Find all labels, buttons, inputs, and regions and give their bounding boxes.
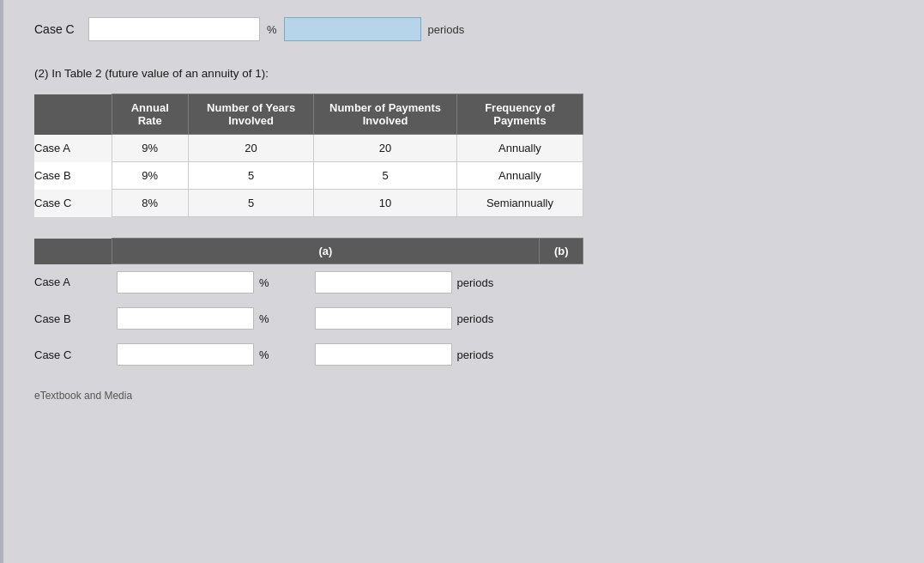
row-annual-rate: 8% <box>112 190 188 217</box>
page-container: Case C % periods (2) In Table 2 (future … <box>0 0 924 563</box>
row-years: 5 <box>188 162 313 190</box>
row-payments: 10 <box>314 190 457 217</box>
row-label: Case B <box>34 162 112 190</box>
input-cell-a-rate: % <box>112 264 310 301</box>
case-b-periods-input[interactable] <box>315 307 452 330</box>
row-frequency: Annually <box>456 162 583 190</box>
pct-label: % <box>259 348 269 361</box>
top-case-c-periods-input[interactable] <box>284 17 421 41</box>
col-header-frequency: Frequency of Payments <box>456 94 583 135</box>
col-header-empty <box>34 94 112 135</box>
row-payments: 5 <box>314 162 457 190</box>
row-annual-rate: 9% <box>112 135 188 162</box>
footer-text: eTextbook and Media <box>34 390 890 402</box>
case-a-rate-input[interactable] <box>117 271 254 294</box>
periods-label: periods <box>457 348 494 361</box>
input-cell-a-periods: periods <box>310 264 540 301</box>
input-row-case-b: Case B % periods <box>34 300 583 336</box>
table-row: Case B 9% 5 5 Annually <box>34 162 583 190</box>
input-cell-b-periods: periods <box>310 300 540 336</box>
input-col-b-header: (b) <box>540 239 583 264</box>
row-years: 20 <box>188 135 313 162</box>
top-case-label: Case C <box>34 22 82 36</box>
row-payments: 20 <box>314 135 457 162</box>
top-case-c-rate-input[interactable] <box>88 17 260 41</box>
top-row: Case C % periods <box>34 17 890 41</box>
row-annual-rate: 9% <box>112 162 188 190</box>
case-c-periods-input[interactable] <box>315 343 452 366</box>
input-table: (a) (b) Case A % periods <box>34 238 583 372</box>
row-frequency: Annually <box>456 135 583 162</box>
row-label: Case A <box>34 135 112 162</box>
col-header-payments: Number of Payments Involved <box>314 94 457 135</box>
col-header-years: Number of Years Involved <box>188 94 313 135</box>
input-row-label: Case A <box>34 264 112 301</box>
case-a-periods-input[interactable] <box>315 271 452 294</box>
input-col-empty <box>34 239 112 264</box>
periods-label: periods <box>457 312 494 325</box>
case-b-rate-input[interactable] <box>117 307 254 330</box>
top-periods-label: periods <box>428 23 465 36</box>
periods-label: periods <box>457 276 494 289</box>
top-pct-symbol: % <box>267 23 277 36</box>
row-frequency: Semiannually <box>456 190 583 217</box>
input-cell-c-rate: % <box>112 336 310 372</box>
input-cell-b-rate: % <box>112 300 310 336</box>
col-header-annual-rate: Annual Rate <box>112 94 188 135</box>
pct-label: % <box>259 276 269 289</box>
input-row-label: Case C <box>34 336 112 372</box>
row-years: 5 <box>188 190 313 217</box>
input-col-a-header: (a) <box>112 239 540 264</box>
table-row: Case C 8% 5 10 Semiannually <box>34 190 583 217</box>
input-row-label: Case B <box>34 300 112 336</box>
input-cell-c-periods: periods <box>310 336 540 372</box>
table-row: Case A 9% 20 20 Annually <box>34 135 583 162</box>
pct-label: % <box>259 312 269 325</box>
left-bar <box>0 0 3 563</box>
section-title: (2) In Table 2 (future value of an annui… <box>34 67 890 80</box>
input-row-case-a: Case A % periods <box>34 264 583 301</box>
main-table: Annual Rate Number of Years Involved Num… <box>34 94 583 217</box>
row-label: Case C <box>34 190 112 217</box>
case-c-rate-input[interactable] <box>117 343 254 366</box>
input-row-case-c: Case C % periods <box>34 336 583 372</box>
